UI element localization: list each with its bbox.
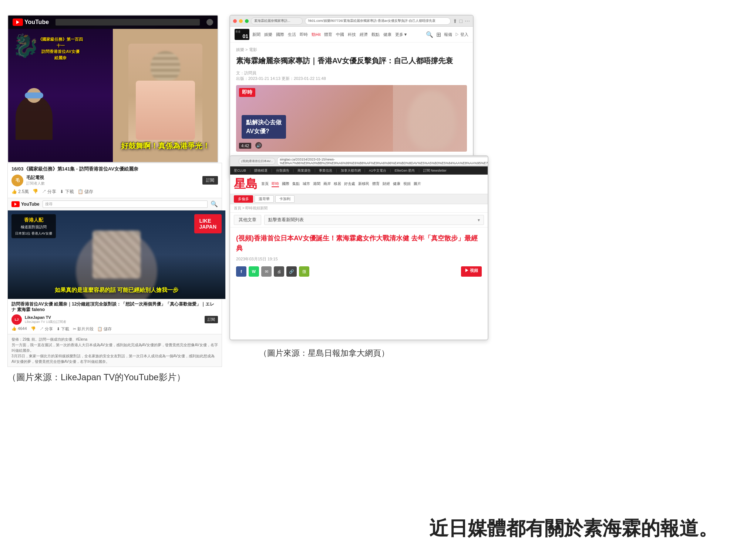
share-print[interactable]: 🖨: [274, 266, 284, 277]
report-nav[interactable]: 報備: [444, 32, 452, 37]
singtao-top-metro[interactable]: 加拿大都市網: [341, 168, 361, 173]
singtao-top-biz[interactable]: 商業廣告: [297, 168, 311, 173]
ad-vancouver[interactable]: 溫哥華: [255, 195, 274, 203]
second-clip[interactable]: ✂ 影片片段: [73, 326, 94, 332]
maximize-dot[interactable]: [245, 19, 249, 23]
share-fb[interactable]: f: [236, 266, 246, 277]
second-channel-subs: LikeJapan TV 13萬位訂閱者: [25, 320, 202, 324]
nav-health[interactable]: 健康: [383, 32, 391, 37]
st-nav-home[interactable]: 首頁: [261, 181, 269, 187]
nav-more[interactable]: 更多▼: [395, 32, 407, 37]
singtao-top-career[interactable]: 事業信息: [319, 168, 332, 173]
st-nav-health[interactable]: 健康: [393, 181, 400, 187]
share-email[interactable]: ✉: [261, 266, 272, 277]
yt-icon-second: [11, 201, 20, 207]
st-nav-video[interactable]: 視頻: [403, 181, 411, 187]
singtao-ads-bar: 多倫多 溫哥華 卡加利: [230, 194, 488, 204]
hk01-question-line2: AV女優?: [246, 127, 282, 136]
hk01-headline: 素海霖繪麗奈獨家專訪｜香港AV女優反擊負評：自己人都唔撐先衰: [236, 55, 467, 66]
search-icon-hk01[interactable]: 🔍: [426, 31, 433, 38]
bookmark-icon[interactable]: □: [460, 18, 462, 24]
st-nav-photo[interactable]: 圖片: [414, 181, 421, 187]
divider6: |: [364, 169, 365, 172]
dislike-btn[interactable]: 👎: [33, 189, 38, 195]
st-nav-outings[interactable]: 好去處: [344, 181, 355, 187]
ad-toronto[interactable]: 多倫多: [234, 195, 253, 203]
nav-opinion[interactable]: 觀點: [371, 32, 380, 37]
search-icon-second[interactable]: 🔍: [211, 200, 218, 208]
second-share[interactable]: ↗ 分享: [40, 326, 53, 332]
st-nav-instant[interactable]: 即時: [272, 181, 279, 187]
page-container: （圖片來源：毛記電視的YouTube影片） YouTube 🐉 《國家級任務》第…: [0, 0, 740, 560]
st-nav-stay[interactable]: 移居: [334, 181, 341, 187]
more-icon[interactable]: ⋯: [465, 18, 470, 24]
divider7: |: [390, 169, 391, 172]
st-nav-newmigrant[interactable]: 新移民: [358, 181, 369, 187]
subscribe-button-top[interactable]: 訂閱: [202, 176, 218, 185]
nav-life[interactable]: 生活: [288, 32, 296, 37]
singtao-top-subscribe[interactable]: 訂閱 Newsletter: [423, 168, 447, 173]
yt-search-bar[interactable]: 搜尋: [43, 200, 208, 208]
video-title-overlay: 《國家級任務》第一百四十一訪問香港首位AV女優絵麗奈: [34, 36, 87, 61]
yt-second-logo-row: YouTube 搜尋 🔍: [11, 200, 218, 208]
singtao-logo[interactable]: 星島: [234, 176, 258, 192]
nav-hit[interactable]: 勁Hit: [312, 32, 320, 37]
login-nav[interactable]: ▷ 登入: [455, 32, 468, 37]
share-icon-browser[interactable]: ⬆: [453, 18, 457, 24]
singtao-dropdown[interactable]: 點擊查看新聞列表 ▾: [264, 215, 484, 225]
channel-sub-count: 訂閱者人數: [26, 181, 199, 186]
singtao-top-classified[interactable]: 分類廣告: [276, 168, 289, 173]
person-figure: [128, 44, 202, 147]
hk01-question-line1: 點解決心去做: [246, 118, 282, 127]
st-nav-finance[interactable]: 財經: [383, 181, 390, 187]
singtao-other-articles-tab[interactable]: 其他文章: [234, 215, 261, 225]
second-dislike[interactable]: 👎: [31, 326, 36, 332]
singtao-url-bar[interactable]: singtao.ca/203154/2023-03-15/news-%E8%A7…: [277, 157, 488, 166]
channel-avatar-top: 毛: [11, 175, 23, 186]
st-nav-straits[interactable]: 兩岸: [323, 181, 331, 187]
divider8: |: [418, 169, 419, 172]
singtao-top-radio[interactable]: A1中文電台: [369, 168, 386, 173]
nav-science[interactable]: 科技: [348, 32, 356, 37]
nav-china[interactable]: 中國: [336, 32, 344, 37]
nav-entertainment[interactable]: 娛樂: [264, 32, 272, 37]
minimize-dot[interactable]: [239, 19, 243, 23]
nav-news[interactable]: 新聞: [252, 32, 260, 37]
nav-sport[interactable]: 體育: [324, 32, 332, 37]
share-link[interactable]: 🔗: [286, 266, 297, 277]
share-btn[interactable]: ↗ 分享: [42, 189, 56, 195]
save-btn[interactable]: 📋 儲存: [78, 189, 93, 195]
singtao-top-club[interactable]: 星CLUB: [234, 168, 246, 173]
download-btn[interactable]: ⬇ 下載: [60, 189, 74, 195]
youtube-top-screenshot: YouTube 🐉 《國家級任務》第一百四十一訪問香港首位AV女優絵麗奈: [7, 15, 218, 163]
caption-singtao: （圖片來源：星島日報加拿大網頁）: [259, 348, 389, 359]
hk01-url-bar[interactable]: hk01.com/娛樂/807726/素海霖絵麗奈獨家專訪-香港av女優反擊負評…: [305, 17, 451, 25]
channel-info: 毛記電視 訂閱者人數: [26, 175, 199, 186]
singtao-screenshot: (視頻)香港首位日本AV... singtao.ca/203154/2023-0…: [229, 155, 488, 340]
nav-international[interactable]: 國際: [276, 32, 284, 37]
hk01-logo-mark: 香港 01: [235, 29, 249, 40]
browser-actions: ⬆ □ ⋯: [453, 18, 470, 24]
nav-economy[interactable]: 經濟: [360, 32, 368, 37]
share-wechat[interactable]: 微: [299, 266, 309, 277]
grid-icon-hk01[interactable]: ⊞: [436, 31, 441, 38]
st-nav-hknews[interactable]: 港聞: [313, 181, 320, 187]
hk01-date: 出版：2023-01-21 14:13 更新：2023-01-22 11:48: [236, 76, 467, 81]
singtao-top-shop[interactable]: 購物精選: [254, 168, 268, 173]
st-nav-sports[interactable]: 體育: [372, 181, 380, 187]
subscribe-button-second[interactable]: 訂閱: [205, 316, 218, 323]
singtao-top-elite[interactable]: EliteGen 星尚: [394, 168, 415, 173]
ad-calgary[interactable]: 卡加利: [275, 195, 295, 203]
st-nav-focus[interactable]: 集點: [292, 181, 300, 187]
second-channel-row: LJ LikeJapan TV LikeJapan TV 13萬位訂閱者 訂閱: [11, 314, 218, 325]
st-nav-city[interactable]: 城市: [303, 181, 310, 187]
st-nav-intl[interactable]: 國際: [282, 181, 289, 187]
volume-symbol: 🔊: [256, 144, 261, 148]
volume-icon[interactable]: 🔊: [255, 142, 262, 149]
hk-badge-overlay: 香港人配 極道面對面訪問 日本第1位 香港人AV女優: [11, 214, 56, 238]
share-wa[interactable]: W: [249, 266, 259, 277]
nav-instant[interactable]: 即時: [300, 32, 308, 37]
second-download[interactable]: ⬇ 下載: [57, 326, 69, 332]
second-save[interactable]: 📋 儲存: [97, 326, 112, 332]
close-dot[interactable]: [233, 19, 237, 23]
